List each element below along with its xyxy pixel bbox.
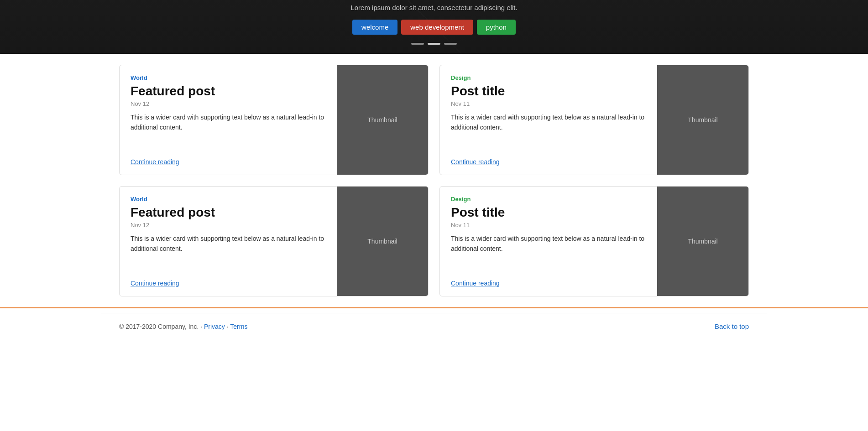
card-3: World Featured post Nov 12 This is a wid… [119, 186, 429, 296]
python-button[interactable]: python [477, 20, 516, 35]
card-1-body: World Featured post Nov 12 This is a wid… [120, 65, 337, 175]
card-3-thumbnail: Thumbnail [337, 187, 428, 296]
card-2-thumbnail: Thumbnail [657, 65, 748, 175]
card-1-date: Nov 12 [131, 100, 326, 107]
card-4-continue-reading[interactable]: Continue reading [451, 280, 646, 287]
card-1-title: Featured post [131, 84, 326, 99]
card-2-title: Post title [451, 84, 646, 99]
hero-section: Lorem ipsum dolor sit amet, consectetur … [0, 0, 868, 54]
card-4-thumbnail: Thumbnail [657, 187, 748, 296]
card-3-continue-reading[interactable]: Continue reading [131, 280, 326, 287]
card-2-text: This is a wider card with supporting tex… [451, 113, 646, 151]
card-3-text: This is a wider card with supporting tex… [131, 234, 326, 272]
card-2-date: Nov 11 [451, 100, 646, 107]
footer-wrapper: © 2017-2020 Company, Inc. · Privacy · Te… [0, 307, 868, 340]
card-1-text: This is a wider card with supporting tex… [131, 113, 326, 151]
welcome-button[interactable]: welcome [352, 20, 397, 35]
card-2-body: Design Post title Nov 11 This is a wider… [440, 65, 657, 175]
card-3-category: World [131, 196, 326, 203]
card-3-date: Nov 12 [131, 222, 326, 228]
back-to-top-link[interactable]: Back to top [715, 322, 749, 330]
card-4-date: Nov 11 [451, 222, 646, 228]
card-1-category: World [131, 74, 326, 81]
card-3-title: Featured post [131, 205, 326, 220]
card-1-continue-reading[interactable]: Continue reading [131, 158, 326, 166]
cards-grid: World Featured post Nov 12 This is a wid… [119, 65, 749, 296]
carousel-dot-2[interactable] [428, 43, 440, 45]
card-4-title: Post title [451, 205, 646, 220]
card-3-body: World Featured post Nov 12 This is a wid… [120, 187, 337, 296]
card-1-thumbnail: Thumbnail [337, 65, 428, 175]
hero-buttons: welcome web development python [0, 20, 868, 35]
carousel-dots [0, 43, 868, 45]
carousel-dot-3[interactable] [444, 43, 457, 45]
card-4-category: Design [451, 196, 646, 203]
card-2-continue-reading[interactable]: Continue reading [451, 158, 646, 166]
privacy-link[interactable]: Privacy [204, 323, 225, 330]
footer-left: © 2017-2020 Company, Inc. · Privacy · Te… [119, 323, 247, 330]
card-4-body: Design Post title Nov 11 This is a wider… [440, 187, 657, 296]
card-4-text: This is a wider card with supporting tex… [451, 234, 646, 272]
terms-link[interactable]: Terms [230, 323, 247, 330]
hero-tagline: Lorem ipsum dolor sit amet, consectetur … [0, 0, 868, 20]
web-development-button[interactable]: web development [401, 20, 473, 35]
card-2-category: Design [451, 74, 646, 81]
card-4: Design Post title Nov 11 This is a wider… [439, 186, 749, 296]
main-content: World Featured post Nov 12 This is a wid… [101, 54, 767, 296]
card-2: Design Post title Nov 11 This is a wider… [439, 65, 749, 175]
footer-copyright: © 2017-2020 Company, Inc. · [119, 323, 202, 330]
footer: © 2017-2020 Company, Inc. · Privacy · Te… [101, 313, 767, 340]
carousel-dot-1[interactable] [411, 43, 424, 45]
card-1: World Featured post Nov 12 This is a wid… [119, 65, 429, 175]
footer-right: Back to top [715, 322, 749, 331]
